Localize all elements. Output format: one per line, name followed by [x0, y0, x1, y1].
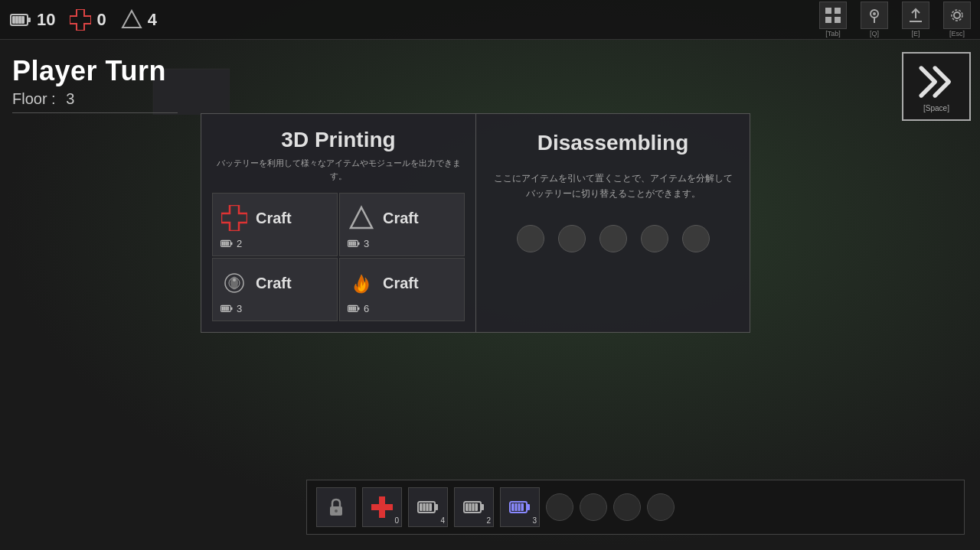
inventory-item-battery-1[interactable]: 4	[408, 487, 448, 527]
craft-grid: Craft 2	[212, 193, 465, 321]
svg-point-116	[954, 12, 960, 18]
space-key-label: [Space]	[923, 104, 949, 112]
svg-point-113	[873, 12, 876, 15]
inventory-item-cross[interactable]: 0	[362, 487, 402, 527]
craft-cell-bullet[interactable]: Craft 3	[212, 258, 338, 321]
gear-icon	[943, 2, 971, 29]
cross-item-icon	[371, 496, 393, 518]
craft-label-4: Craft	[383, 275, 419, 292]
svg-marker-107	[122, 11, 141, 28]
q-key-label: [Q]	[870, 30, 879, 37]
inventory-empty-slot-4[interactable]	[647, 493, 675, 521]
dialog-container: 3D Printing バッテリーを利用して様々なアイテムやモジュールを出力でき…	[201, 113, 750, 333]
craft-label-1: Craft	[256, 210, 292, 227]
disassemble-description: ここにアイテムを引いて置くことで、アイテムを分解してバッテリーに切り替えることが…	[492, 171, 734, 202]
disassemble-slot-3[interactable]	[599, 225, 627, 252]
inv-count-battery-3: 3	[532, 516, 537, 525]
craft-cost-2: 3	[348, 238, 369, 249]
battery-item-icon	[417, 496, 439, 518]
craft-cell-cross[interactable]: Craft 2	[212, 193, 338, 256]
inventory-empty-slot-2[interactable]	[580, 493, 607, 521]
inventory-item-battery-2[interactable]: 2	[454, 487, 494, 527]
svg-point-134	[233, 278, 236, 282]
svg-marker-106	[70, 9, 91, 31]
cross-hud-icon	[69, 8, 92, 31]
craft-cost-value-2: 3	[364, 238, 369, 249]
svg-rect-108	[825, 8, 831, 14]
location-icon	[861, 2, 888, 29]
svg-rect-111	[835, 17, 841, 23]
craft-bullet-icon	[220, 269, 248, 297]
disassemble-slot-1[interactable]	[517, 225, 544, 252]
disassemble-slot-4[interactable]	[641, 225, 668, 252]
battery-count: 10	[37, 10, 55, 30]
printing-panel: 3D Printing バッテリーを利用して様々なアイテムやモジュールを出力でき…	[201, 113, 476, 333]
svg-rect-110	[825, 17, 831, 23]
craft-triangle-icon	[348, 204, 375, 232]
svg-point-148	[335, 509, 338, 513]
disassembling-panel: Disassembling ここにアイテムを引いて置くことで、アイテムを分解して…	[476, 113, 750, 333]
svg-marker-118	[221, 205, 247, 231]
triangle-count: 4	[148, 10, 157, 30]
printing-description: バッテリーを利用して様々なアイテムやモジュールを出力できます。	[212, 157, 465, 182]
svg-rect-109	[835, 8, 841, 14]
inventory-bar: 0 4 2	[306, 480, 965, 535]
craft-cost-1: 2	[220, 238, 242, 249]
triangle-resource: 4	[120, 8, 157, 31]
cross-count: 0	[96, 10, 106, 30]
disassemble-slot-5[interactable]	[682, 225, 710, 252]
svg-rect-120	[230, 242, 232, 244]
player-turn-title: Player Turn	[12, 55, 178, 87]
inv-count-battery-2: 2	[486, 516, 491, 525]
inv-count-cross: 0	[394, 516, 399, 525]
upload-icon	[902, 2, 929, 29]
craft-label-2: Craft	[383, 210, 419, 227]
svg-rect-163	[527, 504, 530, 510]
left-panel: Player Turn Floor : 3	[0, 46, 190, 122]
inventory-item-lock[interactable]	[316, 487, 356, 527]
disassemble-title: Disassembling	[492, 131, 734, 155]
printing-title: 3D Printing	[212, 128, 465, 152]
floor-number: 3	[66, 90, 74, 107]
cross-resource: 0	[69, 8, 106, 31]
floor-line: Floor : 3	[12, 90, 178, 113]
battery-item-icon-2	[463, 496, 485, 518]
craft-cost-4: 6	[348, 303, 369, 314]
battery-cost-icon-3	[220, 304, 233, 314]
inventory-empty-slot-1[interactable]	[546, 493, 573, 521]
settings-button[interactable]: [Esc]	[943, 2, 971, 37]
location-button[interactable]: [Q]	[861, 2, 888, 37]
battery-hud-icon	[9, 8, 32, 31]
battery-cost-icon-2	[348, 239, 360, 249]
disassemble-slot-2[interactable]	[558, 225, 586, 252]
upload-button[interactable]: [E]	[902, 2, 929, 37]
battery-item-icon-3	[509, 496, 531, 518]
triangle-hud-icon	[120, 8, 143, 31]
craft-cost-value-1: 2	[237, 238, 242, 249]
svg-rect-142	[358, 307, 359, 309]
craft-cross-icon	[220, 204, 248, 232]
battery-resource: 10	[9, 8, 55, 31]
svg-marker-149	[371, 496, 393, 518]
craft-label-3: Craft	[256, 275, 292, 292]
craft-cost-value-3: 3	[237, 303, 242, 314]
battery-cost-icon-4	[348, 304, 360, 314]
esc-key-label: [Esc]	[949, 30, 965, 37]
craft-cell-fire[interactable]: Craft 6	[339, 258, 465, 321]
next-turn-button[interactable]: [Space]	[902, 52, 971, 121]
craft-cost-3: 3	[220, 303, 242, 314]
inventory-empty-slot-3[interactable]	[613, 493, 641, 521]
craft-cell-triangle[interactable]: Craft 3	[339, 193, 465, 256]
double-arrow-icon	[916, 61, 957, 103]
disassemble-slot-row	[492, 225, 734, 252]
inventory-item-battery-3[interactable]: 3	[500, 487, 540, 527]
inv-count-battery-1: 4	[440, 516, 445, 525]
craft-cost-value-4: 6	[364, 303, 369, 314]
grid-button[interactable]: [Tab]	[819, 2, 847, 37]
battery-cost-icon-1	[220, 239, 233, 249]
svg-rect-151	[435, 504, 438, 510]
craft-fire-icon	[348, 269, 375, 297]
floor-label: Floor :	[12, 90, 56, 107]
tab-key-label: [Tab]	[825, 30, 841, 37]
lock-icon	[325, 496, 347, 518]
